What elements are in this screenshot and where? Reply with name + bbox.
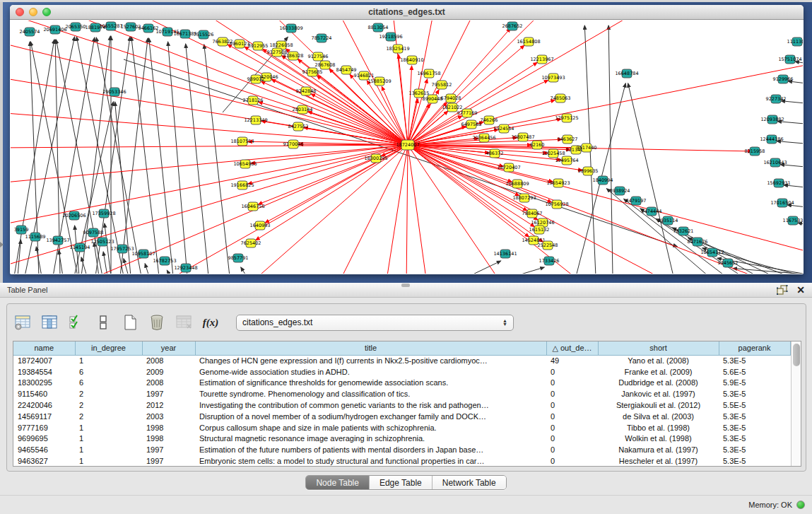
graph-node[interactable]: 9227342 [766, 95, 787, 103]
graph-node[interactable]: 8912955 [248, 42, 269, 50]
graph-node[interactable]: 16033809 [279, 24, 302, 33]
table-cell[interactable]: 9699695 [13, 433, 75, 445]
close-window-button[interactable] [16, 8, 24, 16]
table-cell[interactable]: Nakamura et al. (1997) [598, 444, 719, 455]
table-scrollbar[interactable] [791, 341, 801, 466]
graph-node[interactable]: 7485063 [551, 94, 571, 103]
graph-node[interactable]: 16210643 [763, 158, 787, 167]
table-cell[interactable]: 2009 [142, 366, 195, 378]
graph-node[interactable]: 7515526 [194, 30, 214, 39]
graph-node[interactable]: 746266 [481, 116, 498, 124]
table-cell[interactable]: 1 [75, 355, 142, 366]
table-cell[interactable]: 1998 [142, 422, 195, 433]
graph-node[interactable]: 7857224 [312, 34, 332, 42]
minimize-window-button[interactable] [29, 8, 37, 16]
table-cell[interactable]: Stergiakouli et al. (2012) [598, 399, 719, 411]
graph-node[interactable]: 2522548 [538, 241, 558, 250]
table-cell[interactable]: 5.3E-5 [719, 355, 790, 366]
graph-node[interactable]: 7832621 [673, 227, 694, 235]
graph-node[interactable]: 2867608 [315, 61, 336, 69]
row-height-icon[interactable] [93, 313, 113, 332]
splitter-handle[interactable] [401, 284, 410, 287]
table-cell[interactable]: 18724007 [13, 355, 75, 366]
column-visibility-icon[interactable] [40, 313, 59, 332]
table-cell[interactable]: 5.3E-5 [719, 444, 790, 455]
table-cell[interactable]: 0 [546, 411, 598, 422]
table-row[interactable]: 1872400712008Changes of HCN gene express… [13, 355, 790, 366]
table-cell[interactable]: 5.3E-5 [719, 411, 790, 422]
graph-node[interactable]: 6794028 [441, 94, 461, 103]
graph-node[interactable]: 2687652 [502, 22, 523, 30]
table-cell[interactable]: Hescheler et al. (1997) [598, 455, 719, 467]
table-cell[interactable]: 2 [75, 399, 142, 411]
table-cell[interactable]: 0 [546, 388, 598, 399]
graph-node[interactable]: 19654923 [546, 179, 570, 187]
function-builder-icon[interactable]: f(x) [201, 313, 220, 332]
table-cell[interactable]: Structural magnetic resonance image aver… [195, 433, 546, 445]
graph-node[interactable]: 9245652 [718, 259, 739, 267]
table-cell[interactable]: 5.3E-5 [719, 388, 790, 399]
column-header-short[interactable]: short [598, 341, 719, 355]
table-row[interactable]: 911546021997Tourette syndrome. Phenomeno… [13, 388, 790, 399]
graph-node[interactable]: 12213349 [244, 116, 267, 124]
table-cell[interactable]: 2 [75, 388, 142, 399]
table-cell[interactable]: Yano et al. (2008) [598, 355, 719, 366]
graph-node[interactable]: 9242848 [296, 87, 317, 95]
graph-node[interactable]: 16046756 [241, 202, 264, 211]
graph-node[interactable]: 12444186 [760, 135, 783, 144]
table-cell[interactable]: 1 [75, 455, 142, 467]
table-row[interactable]: 1830029562008Estimation of significance … [13, 378, 790, 389]
graph-node[interactable]: 1615132 [529, 226, 550, 234]
graph-node[interactable]: 16648784 [615, 69, 638, 78]
table-cell[interactable]: Tibbo et al. (1998) [598, 422, 719, 433]
table-cell[interactable]: 49 [546, 355, 598, 366]
graph-node[interactable]: 8990448 [423, 95, 443, 103]
graph-node[interactable]: 20691406 [43, 25, 66, 34]
table-cell[interactable]: 0 [546, 455, 598, 467]
graph-node[interactable]: 8215958 [745, 147, 765, 156]
graph-node[interactable]: 10807487 [511, 133, 534, 141]
table-cell[interactable]: 5.6E-5 [719, 366, 790, 378]
graph-node[interactable]: 14136141 [493, 250, 517, 258]
column-header-name[interactable]: name [13, 341, 75, 355]
table-cell[interactable]: 0 [546, 444, 598, 455]
table-cell[interactable]: 0 [546, 422, 598, 433]
table-cell[interactable]: Estimation of significance thresholds fo… [195, 378, 546, 389]
graph-node[interactable]: 12923448 [174, 264, 197, 272]
table-cell[interactable]: Jankovic et al. (1997) [598, 388, 719, 399]
table-row[interactable]: 1456911722003Disruption of a novel membe… [13, 411, 790, 422]
table-cell[interactable]: Corpus callosum shape and size in male p… [195, 422, 546, 433]
graph-node[interactable]: 1111304 [787, 37, 803, 46]
table-cell[interactable]: Estimation of the future numbers of pati… [195, 444, 546, 455]
graph-node[interactable]: 15885209 [367, 77, 391, 86]
table-cell[interactable]: 14569117 [13, 411, 75, 422]
table-cell[interactable]: 1 [75, 444, 142, 455]
table-cell[interactable]: 2003 [142, 411, 195, 422]
table-row[interactable]: 977716911998Corpus callosum shape and si… [13, 422, 790, 433]
graph-node[interactable]: 1640993 [250, 221, 271, 230]
column-header-year[interactable]: year [142, 341, 195, 355]
table-cell[interactable]: Disruption of a novel member of a sodium… [195, 411, 546, 422]
table-cell[interactable]: de Silva et al. (2003) [598, 411, 719, 422]
graph-node[interactable]: 1115689 [25, 233, 46, 241]
column-header-in_degree[interactable]: in_degree [75, 341, 142, 355]
table-cell[interactable]: 2 [75, 411, 142, 422]
table-cell[interactable]: Embryonic stem cells: a model to study s… [195, 455, 546, 467]
table-cell[interactable]: 5.5E-5 [719, 399, 790, 411]
panel-collapse-arrow-icon[interactable] [0, 242, 4, 247]
float-panel-icon[interactable] [777, 285, 788, 295]
table-cell[interactable]: 9465546 [13, 444, 75, 455]
window-titlebar[interactable]: citations_edges.txt [10, 5, 804, 20]
table-cell[interactable]: 2008 [142, 378, 195, 389]
graph-node[interactable]: 8471676 [688, 238, 708, 246]
table-cell[interactable]: 1997 [142, 388, 195, 399]
table-row[interactable]: 2242004622012Investigating the contribut… [13, 399, 790, 411]
column-header-title[interactable]: title [195, 341, 546, 355]
graph-node[interactable]: 20364456 [472, 134, 495, 142]
graph-node[interactable]: 19218596 [379, 33, 402, 41]
scrollbar-thumb[interactable] [793, 344, 800, 366]
tab-network-table[interactable]: Network Table [433, 476, 506, 489]
graph-node[interactable]: 12093882 [760, 115, 784, 124]
table-cell[interactable]: Changes of HCN gene expression and I(f) … [195, 355, 546, 366]
graph-node[interactable]: 18807293 [512, 194, 536, 202]
